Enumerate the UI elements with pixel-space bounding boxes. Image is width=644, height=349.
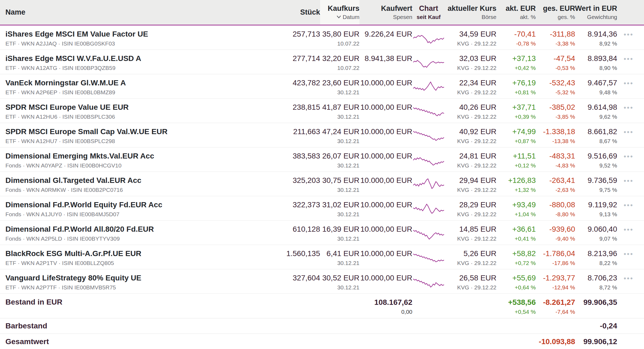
ges-pct-value: -17,86 % [552,260,575,267]
kurs-value: 40,92 EUR [459,127,496,136]
chart-cell [412,74,445,98]
akt-pct-value: -0,78 % [516,40,536,47]
fund-row[interactable]: Dimensional Emerging Mkts.Val.EUR Acc Fo… [0,147,644,172]
fund-row[interactable]: iShares Edge MSCI EM Value Factor UE ETF… [0,25,644,50]
more-menu-button[interactable]: ••• [624,250,633,257]
col-header-label: aktueller Kurs [448,5,496,12]
col-header-kaufwert[interactable]: Kaufwert Spesen [359,0,412,25]
col-header-chart[interactable]: Chart seit Kauf [412,0,445,25]
summary-ges-eur-cell: -10.093,88 [536,334,575,349]
akt-eur-value: +37,71 [512,103,536,112]
ges-eur-cell: -483,31 -4,83 % [536,147,575,172]
fund-row[interactable]: SPDR MSCI Europe Value UE EUR ETF · WKN … [0,99,644,123]
kaufwert-value: 10.000,00 EUR [361,225,412,234]
fund-row[interactable]: Dimensional Gl.Targeted Val.EUR Acc Fond… [0,172,644,196]
ges-eur-value: -47,54 [554,54,575,63]
ges-eur-value: -385,02 [549,103,575,112]
ges-eur-value: -939,60 [549,225,575,234]
fund-name: Vanguard LifeStrategy 80% Equity UE [5,273,141,283]
col-header-name[interactable]: Name [0,0,266,25]
col-header-sub: Börse [482,14,496,20]
col-header-stueck[interactable]: Stück [266,0,320,25]
more-menu-button[interactable]: ••• [624,31,633,38]
fund-name: VanEck Morningstar Gl.W.M.UE A [5,78,126,88]
fund-info: ETF · WKN A12HU6 · ISIN IE00BSPLC306 [5,113,115,120]
fund-info: Fonds · WKN A2P5LD · ISIN IE00BYTYV309 [5,235,120,242]
stueck-value: 325,203 [293,176,320,185]
ges-pct-value: -13,38 % [552,138,575,145]
col-header-label: Chart [419,5,438,12]
akt-eur-cell: +74,99 +0,87 % [496,123,536,147]
fund-row[interactable]: VanEck Morningstar Gl.W.M.UE A ETF · WKN… [0,74,644,99]
gewichtung-value: 8,90 % [600,64,617,72]
more-menu-button[interactable]: ••• [624,104,633,111]
kaufkurs-value: 41,87 EUR [322,103,359,112]
chart-cell [412,99,445,123]
col-header-ges-eur[interactable]: ges. EUR ges. % [536,0,575,25]
col-header-kaufkurs[interactable]: Kaufkurs Datum [320,0,359,25]
row-menu-cell: ••• [617,50,644,74]
sparkline-chart [413,274,445,291]
ges-pct-value: -4,83 % [556,162,575,169]
kaufkurs-value: 23,60 EUR [322,78,359,88]
more-menu-button[interactable]: ••• [624,55,633,62]
akt-pct-value: +0,87 % [515,138,536,145]
fund-row[interactable]: Dimensional Fd.P.World Equity Fd.EUR Acc… [0,196,644,221]
summary-row-gesamtwert: Gesamtwert -10.093,88 99.906,12 [0,334,644,349]
ges-eur-cell: -880,08 -8,80 % [536,196,575,220]
kaufwert-value: 10.000,00 EUR [361,103,412,112]
ges-eur-value: -263,41 [549,176,575,185]
kaufkurs-cell: 35,80 EUR 10.07.22 [320,25,359,50]
chart-cell [412,50,445,74]
col-header-wert-in-eur[interactable]: Wert in EUR Gewichtung [575,0,617,25]
kaufkurs-value: 30,75 EUR [322,176,359,185]
kaufkurs-value: 32,20 EUR [322,54,359,63]
fund-row[interactable]: SPDR MSCI Europe Small Cap Val.W.UE EUR … [0,123,644,147]
fund-row[interactable]: Dimensional Fd.P.World All.80/20 Fd.EUR … [0,221,644,245]
akt-pct-value: +0,72 % [515,260,536,267]
summary-wert-value: 99.906,35 [583,298,617,307]
akt-eur-value: +58,82 [512,249,536,258]
ges-eur-value: -483,31 [549,151,575,161]
col-header-akt-eur[interactable]: akt. EUR akt. % [496,0,536,25]
col-header-label: Wert in EUR [575,5,617,12]
summary-ges-eur-value: -8.261,27 [543,298,575,307]
ges-eur-value: -311,88 [550,30,575,39]
summary-label-cell: Barbestand [0,318,266,334]
more-menu-button[interactable]: ••• [624,128,633,135]
fund-row[interactable]: Vanguard LifeStrategy 80% Equity UE ETF … [0,269,644,294]
chart-cell [412,172,445,196]
more-menu-button[interactable]: ••• [624,202,633,209]
more-menu-button[interactable]: ••• [624,177,633,184]
fund-row[interactable]: BlackRock ESG Multi-A.Gr.Pf.UE EUR ETF ·… [0,245,644,269]
more-menu-button[interactable]: ••• [624,275,633,282]
col-header-label: akt. EUR [506,5,536,12]
fund-row[interactable]: iShares Edge MSCI W.V.Fa.U.E.USD A ETF ·… [0,50,644,74]
kaufkurs-cell: 6,41 EUR 30.12.21 [320,245,359,269]
col-header-aktueller-kurs[interactable]: aktueller Kurs Börse [445,0,496,25]
kaufdatum-value: 30.12.21 [337,235,359,242]
more-menu-button[interactable]: ••• [624,80,633,87]
row-menu-cell: ••• [617,99,644,123]
col-header-sub: akt. % [520,14,536,20]
summary-ges-pct-value: -7,64 % [556,308,575,315]
kaufwert-value: 10.000,00 EUR [361,176,412,185]
wert-cell: 9.736,59 9,75 % [575,172,617,196]
boerse-value: KVG · 29.12.22 [457,186,496,193]
kurs-value: 28,29 EUR [459,200,496,209]
ges-eur-cell: -1.786,04 -17,86 % [536,245,575,269]
sparkline-chart [413,152,445,169]
akt-eur-cell: +37,13 +0,42 % [496,50,536,74]
kaufwert-cell: 10.000,00 EUR [359,245,412,269]
stueck-value: 1.560,135 [286,249,320,258]
fund-name: Dimensional Emerging Mkts.Val.EUR Acc [5,151,154,161]
ges-pct-value: -2,63 % [556,186,575,193]
col-header-label: Kaufkurs [328,5,359,12]
more-menu-button[interactable]: ••• [624,153,633,160]
gewichtung-value: 8,22 % [600,260,617,267]
ges-eur-cell: -939,60 -9,40 % [536,221,575,245]
kaufkurs-cell: 26,07 EUR 30.12.21 [320,147,359,172]
fund-name: iShares Edge MSCI W.V.Fa.U.E.USD A [5,54,141,63]
more-menu-button[interactable]: ••• [624,226,633,233]
ges-pct-value: -0,53 % [556,64,575,72]
